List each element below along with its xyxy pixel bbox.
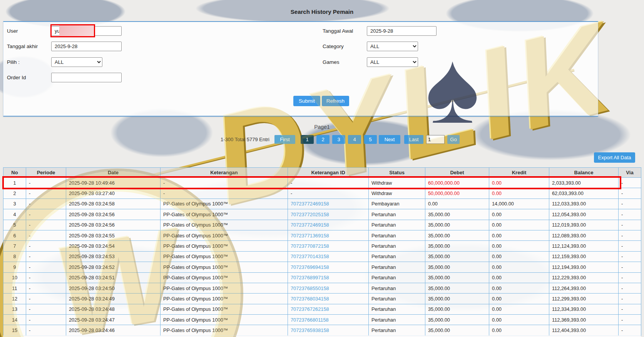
tanggal-akhir-input[interactable] — [51, 42, 122, 51]
page-button-1[interactable]: 1 — [301, 135, 314, 144]
column-header: Date — [66, 168, 161, 178]
keterangan-id-link[interactable]: 70723768550158 — [291, 285, 329, 291]
column-header: Keterangan — [161, 168, 288, 178]
keterangan-id-link[interactable]: 70723770872158 — [291, 243, 329, 249]
tanggal-akhir-label: Tanggal akhir — [7, 42, 38, 51]
order-id-label: Order Id — [7, 73, 26, 82]
pilih-label: Pilih : — [7, 57, 20, 67]
page-button-3[interactable]: 3 — [332, 135, 345, 144]
table-row: 8-2025-09-28 03:24:53PP-Gates of Olympus… — [3, 251, 641, 262]
table-row: 13-2025-09-28 03:24:48PP-Gates of Olympu… — [3, 304, 641, 314]
table-row: 3-2025-09-28 03:24:58PP-Gates of Olympus… — [3, 199, 641, 209]
pilih-select[interactable]: ALL — [51, 57, 102, 67]
keterangan-id-link[interactable]: 70723770143158 — [291, 254, 329, 259]
category-label: Category — [323, 42, 344, 51]
tanggal-awal-label: Tanggal Awal — [323, 26, 353, 36]
order-id-input[interactable] — [51, 73, 122, 82]
table-row: 10-2025-09-28 03:24:51PP-Gates of Olympu… — [3, 272, 641, 283]
user-input[interactable] — [51, 26, 122, 36]
table-row: 7-2025-09-28 03:24:54PP-Gates of Olympus… — [3, 241, 641, 251]
keterangan-id-link[interactable]: 70723768034158 — [291, 296, 329, 302]
keterangan-id-link[interactable]: 70723772469158 — [291, 201, 329, 207]
table-row: 4-2025-09-28 03:24:56PP-Gates of Olympus… — [3, 209, 641, 220]
page-button-4[interactable]: 4 — [348, 135, 361, 144]
column-header: Periode — [26, 168, 66, 178]
column-header: Debet — [425, 168, 489, 178]
first-page-button[interactable]: First — [274, 135, 295, 144]
column-header: Balance — [549, 168, 619, 178]
column-header: Keterangan ID — [288, 168, 369, 178]
column-header: No — [3, 168, 26, 178]
keterangan-id-link[interactable]: 70723766801158 — [291, 317, 329, 323]
table-row: 2-2025-09-28 03:27:40--Withdraw50,000,00… — [3, 188, 641, 199]
table-row: 14-2025-09-28 03:24:47PP-Gates of Olympu… — [3, 315, 641, 325]
keterangan-id-link[interactable]: 70723769694158 — [291, 264, 329, 270]
column-header: Status — [369, 168, 425, 178]
keterangan-id-link[interactable]: 70723772025158 — [291, 212, 329, 217]
games-select[interactable]: ALL — [367, 57, 418, 67]
table-row: 6-2025-09-28 03:24:55PP-Gates of Olympus… — [3, 230, 641, 240]
category-select[interactable]: ALL — [367, 42, 418, 51]
keterangan-id-link[interactable]: 70723772469158 — [291, 222, 329, 228]
user-label: User — [7, 26, 18, 36]
keterangan-id-link[interactable]: 70723767262158 — [291, 306, 329, 312]
keterangan-id-link[interactable]: 70723771369158 — [291, 233, 329, 239]
page-button-2[interactable]: 2 — [316, 135, 330, 144]
results-range-text: 1-300 Total 5779 Entri — [169, 137, 269, 142]
last-page-button[interactable]: Last — [404, 135, 423, 144]
current-page-indicator: Page1 — [0, 124, 644, 130]
history-table: NoPeriodeDateKeteranganKeterangan IDStat… — [3, 167, 641, 336]
next-page-button[interactable]: Next — [379, 135, 400, 144]
keterangan-id-link[interactable]: 70723765938158 — [291, 327, 329, 333]
table-row: 11-2025-09-28 03:24:50PP-Gates of Olympu… — [3, 283, 641, 293]
table-header-row: NoPeriodeDateKeteranganKeterangan IDStat… — [3, 168, 641, 178]
column-header: Kredit — [489, 168, 549, 178]
table-row: 1-2025-09-28 10:49:46--Withdraw60,000,00… — [3, 178, 641, 188]
export-all-data-button[interactable]: Export All Data — [594, 152, 635, 163]
table-row: 12-2025-09-28 03:24:49PP-Gates of Olympu… — [3, 294, 641, 304]
page-title: Search History Pemain — [0, 8, 644, 15]
tanggal-awal-input[interactable] — [367, 26, 437, 36]
page-button-5[interactable]: 5 — [364, 135, 377, 144]
column-header: Via — [619, 168, 641, 178]
games-label: Games — [323, 57, 340, 67]
go-button[interactable]: Go — [447, 135, 460, 144]
goto-page-input[interactable] — [426, 135, 445, 144]
table-row: 5-2025-09-28 03:24:56PP-Gates of Olympus… — [3, 220, 641, 230]
partial-next-row — [3, 335, 641, 337]
submit-button[interactable]: Submit — [293, 96, 320, 106]
refresh-button[interactable]: Refresh — [322, 96, 349, 106]
keterangan-id-link[interactable]: 70723768997158 — [291, 275, 329, 280]
table-row: 15-2025-09-28 03:24:46PP-Gates of Olympu… — [3, 325, 641, 335]
table-row: 9-2025-09-28 03:24:52PP-Gates of Olympus… — [3, 262, 641, 272]
